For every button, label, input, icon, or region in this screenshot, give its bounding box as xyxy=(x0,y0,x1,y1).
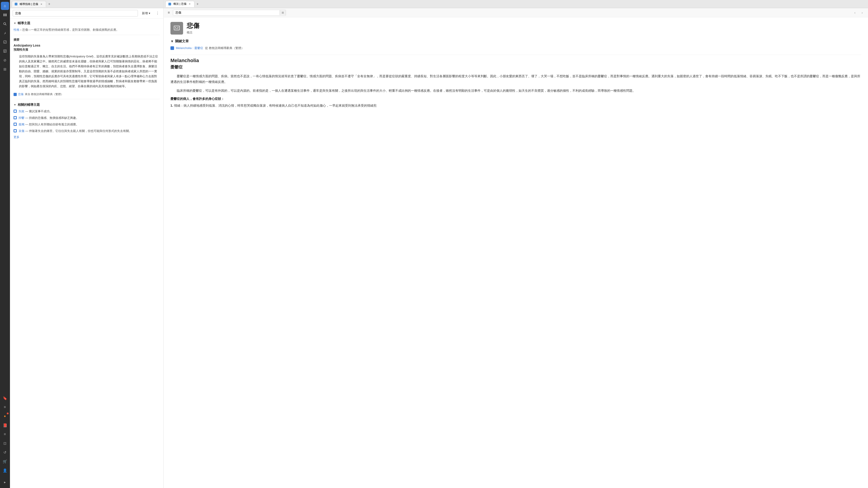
related-desc-failure: — 嘗試某事不成功。 xyxy=(25,109,53,113)
source-link[interactable]: 悲傷 xyxy=(18,92,24,96)
right-topbar: ≡ ⊠ ‹ › xyxy=(164,8,868,18)
search-actions: 新增 ▾ ⋮ xyxy=(140,10,161,17)
module-icon[interactable]: ⊡ xyxy=(1,439,9,447)
key-article-icon xyxy=(170,46,174,50)
person-icon[interactable]: 👤 xyxy=(1,466,9,475)
home-icon[interactable]: ⌂ xyxy=(1,2,9,10)
key-article-entry: Melancholia：憂鬱症 從 教牧諮商輔導辭典（繁體） xyxy=(170,46,861,50)
counseling-tab-icon xyxy=(15,3,18,5)
related-depression-icon xyxy=(13,116,17,119)
related-desc-depression: — 持續的悲傷感、無價值感和缺乏興趣。 xyxy=(25,116,79,120)
right-new-tab-button[interactable]: + xyxy=(195,1,200,7)
article-list-header: 憂鬱症的病人，會有許多的身心症狀： xyxy=(170,97,861,101)
related-header: ▼ 相關的輔導主題 xyxy=(13,103,160,107)
article-category: 概念 xyxy=(187,31,199,35)
tab-counseling-close[interactable]: ✕ xyxy=(39,2,43,6)
right-search-input[interactable] xyxy=(173,10,280,15)
checklist-icon[interactable] xyxy=(1,38,9,46)
related-link-loneliness[interactable]: 孤獨 xyxy=(19,123,24,126)
related-desc-grief: — 伴隨著失去的痛苦。它往往與失去親人有關，但也可能與任何形式的失去有關。 xyxy=(25,129,132,133)
left-panel: 輔導指南 | 悲傷 ✕ + 新增 ▾ ⋮ ▼ 輔導主題 xyxy=(10,0,164,488)
pin-icon[interactable] xyxy=(1,29,9,37)
article-avatar xyxy=(170,22,183,35)
related-item-depression: 抑鬱 — 持續的悲傷感、無價值感和缺乏興趣。 xyxy=(13,116,160,121)
search-icon[interactable] xyxy=(1,20,9,28)
summary-section: 摘要 Anticipatory Loss 預期性失落 這些預期的失落會為人帶來預… xyxy=(13,38,160,89)
svg-line-4 xyxy=(5,24,6,25)
library-icon[interactable] xyxy=(1,11,9,19)
related-toggle-icon[interactable]: ▼ xyxy=(13,103,16,106)
related-grief-icon xyxy=(13,129,17,132)
related-item-loneliness: 孤獨 — 想與別人有所聯結但卻有孤立的感覺。 xyxy=(13,122,160,127)
right-panel: 概況 | 悲傷 ✕ + ≡ ⊠ ‹ › xyxy=(164,0,868,488)
article-main-title-en: Melancholia xyxy=(170,58,861,64)
related-link-failure[interactable]: 失敗 xyxy=(19,109,24,113)
grid-icon[interactable]: ⊞ xyxy=(1,65,9,73)
related-link-grief[interactable]: 哀傷 xyxy=(19,129,24,133)
right-search-container: ⊠ xyxy=(173,10,286,16)
key-article-source: 從 教牧諮商輔導辭典（繁體） xyxy=(205,46,244,50)
right-tab-bar: 概況 | 悲傷 ✕ + xyxy=(164,0,868,8)
entry-title-en: Anticipatory Loss xyxy=(13,43,160,47)
entry-body: 這些預期的失落會為人帶來預期性悲傷(Anticipatory Grief)，這些… xyxy=(13,54,160,89)
svg-rect-12 xyxy=(14,123,16,125)
refresh-icon[interactable]: ↺ xyxy=(1,448,9,456)
notes-icon[interactable] xyxy=(1,47,9,55)
hamburger-icon[interactable]: ≡ xyxy=(166,10,171,15)
key-articles-header: ▼ 關鍵文章 xyxy=(170,39,861,43)
svg-rect-0 xyxy=(3,13,4,16)
related-item-grief: 哀傷 — 伴隨著失去的痛苦。它往往與失去親人有關，但也可能與任何形式的失去有關。 xyxy=(13,129,160,133)
summary-label: 摘要 xyxy=(13,38,160,42)
divider-right-1 xyxy=(170,55,861,55)
nav-forward-button[interactable]: › xyxy=(859,9,865,16)
divider-1 xyxy=(13,35,160,35)
entry-title-zh: 預期性失落 xyxy=(13,48,160,52)
orange-dot-icon[interactable]: ● xyxy=(1,412,9,420)
article-main-title-zh: 憂鬱症 xyxy=(170,64,861,70)
new-button-label: 新增 xyxy=(142,11,148,15)
tab-counseling-label: 輔導指南 | 悲傷 xyxy=(20,2,38,6)
related-failure-icon xyxy=(13,109,17,113)
svg-rect-2 xyxy=(6,13,6,16)
more-options-icon[interactable]: ⋮ xyxy=(154,10,161,16)
key-article-link[interactable]: Melancholia：憂鬱症 xyxy=(176,46,203,50)
key-articles-toggle[interactable]: ▼ xyxy=(170,39,174,43)
key-articles-section: ▼ 關鍵文章 Melancholia：憂鬱症 從 教牧諮商輔導辭典（繁體） xyxy=(170,39,861,50)
new-button[interactable]: 新增 ▾ xyxy=(140,10,153,17)
tab-overview[interactable]: 概況 | 悲傷 ✕ xyxy=(165,1,194,7)
menu2-icon[interactable]: ≡ xyxy=(1,430,9,438)
expand-icon[interactable]: ▶ xyxy=(1,478,9,486)
left-content: ▼ 輔導主題 性格 › 悲傷—一種正常的短暫的情緒痛苦感，是對某些困難、創傷或挑… xyxy=(10,19,163,488)
cart-icon[interactable]: 🛒 xyxy=(1,457,9,465)
section-toggle-icon[interactable]: ▼ xyxy=(13,22,16,25)
svg-rect-1 xyxy=(4,13,5,16)
no-entry-icon[interactable]: ⊘ xyxy=(1,56,9,64)
source-text: 來自 教牧諮商輔導辭典（繁體） xyxy=(25,92,64,96)
article-paragraph-1: 憂鬱症是一種情感方面的問題、疾病。當然也不是說，一有心情低落的情況就等於患了憂鬱… xyxy=(170,73,861,85)
article-meta: 悲傷 概念 xyxy=(187,22,199,35)
svg-rect-11 xyxy=(14,117,16,119)
list2-icon[interactable]: ≡ xyxy=(1,403,9,411)
tab-overview-close[interactable]: ✕ xyxy=(188,2,191,6)
red-bookmark-icon[interactable]: 🔖 xyxy=(1,394,9,402)
new-tab-button[interactable]: + xyxy=(46,1,52,7)
sidebar-icons: ⌂ xyxy=(0,0,10,488)
related-item-failure: 失敗 — 嘗試某事不成功。 xyxy=(13,109,160,114)
pdf-icon[interactable]: 📕 xyxy=(1,421,9,429)
tab-bar: 輔導指南 | 悲傷 ✕ + xyxy=(10,0,163,8)
related-link-depression[interactable]: 抑鬱 xyxy=(19,116,24,120)
article-list-item-1: 1. 情緒：病人持續地感受到低落、消沈的心情，時常想哭或獨自落淚，有時候連病人自… xyxy=(170,103,861,108)
svg-point-15 xyxy=(178,27,178,28)
left-search-bar: 新增 ▾ ⋮ xyxy=(10,8,163,19)
tab-overview-label: 概況 | 悲傷 xyxy=(174,2,186,6)
nav-back-button[interactable]: ‹ xyxy=(852,9,858,16)
right-search-clear-icon[interactable]: ⊠ xyxy=(280,10,286,15)
svg-rect-10 xyxy=(14,110,16,112)
tab-counseling-guide[interactable]: 輔導指南 | 悲傷 ✕ xyxy=(12,1,46,7)
breadcrumb-text: › 悲傷—一種正常的短暫的情緒痛苦感，是對某些困難、創傷或挑戰的反應。 xyxy=(20,28,119,32)
svg-point-3 xyxy=(4,23,6,25)
navigation-buttons: ‹ › xyxy=(852,9,865,16)
more-related-link[interactable]: 更多 xyxy=(13,135,160,139)
breadcrumb-link-personality[interactable]: 性格 xyxy=(13,28,20,32)
left-search-input[interactable] xyxy=(13,10,138,17)
